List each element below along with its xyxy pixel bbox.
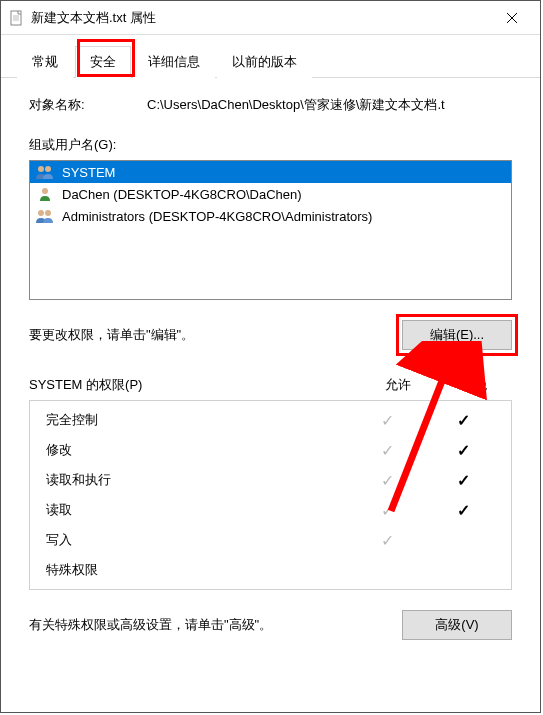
group-icon	[34, 208, 56, 224]
properties-dialog: 新建文本文档.txt 属性 常规 安全 详细信息 以前的版本 对象名称: C:\…	[0, 0, 541, 713]
permission-name: 写入	[40, 531, 349, 549]
permission-allow-check: ✓	[349, 501, 425, 520]
svg-point-10	[45, 210, 51, 216]
permission-deny-check: ✓	[425, 501, 501, 520]
list-item-label: Administrators (DESKTOP-4KG8CRO\Administ…	[62, 209, 372, 224]
permission-row: 写入✓	[30, 525, 511, 555]
permissions-header: SYSTEM 的权限(P) 允许 拒绝	[29, 376, 512, 394]
user-icon	[34, 186, 56, 202]
svg-point-7	[45, 166, 51, 172]
tab-strip: 常规 安全 详细信息 以前的版本	[1, 35, 540, 78]
svg-point-9	[38, 210, 44, 216]
tab-previous-versions[interactable]: 以前的版本	[217, 46, 312, 78]
list-item[interactable]: DaChen (DESKTOP-4KG8CRO\DaChen)	[30, 183, 511, 205]
permission-allow-check: ✓	[349, 531, 425, 550]
svg-point-6	[38, 166, 44, 172]
advanced-button[interactable]: 高级(V)	[402, 610, 512, 640]
tab-general[interactable]: 常规	[17, 46, 73, 78]
permission-name: 读取和执行	[40, 471, 349, 489]
groups-listbox[interactable]: SYSTEMDaChen (DESKTOP-4KG8CRO\DaChen)Adm…	[29, 160, 512, 300]
list-item[interactable]: Administrators (DESKTOP-4KG8CRO\Administ…	[30, 205, 511, 227]
tab-security[interactable]: 安全	[75, 46, 131, 78]
tab-panel-security: 对象名称: C:\Users\DaChen\Desktop\管家速修\新建文本文…	[1, 78, 540, 650]
permissions-allow-header: 允许	[360, 376, 436, 394]
permission-name: 读取	[40, 501, 349, 519]
object-name-label: 对象名称:	[29, 96, 147, 114]
permissions-header-label: SYSTEM 的权限(P)	[29, 376, 360, 394]
close-button[interactable]	[490, 3, 534, 33]
object-name-value: C:\Users\DaChen\Desktop\管家速修\新建文本文档.t	[147, 96, 512, 114]
permission-name: 完全控制	[40, 411, 349, 429]
svg-point-8	[42, 188, 48, 194]
permission-name: 修改	[40, 441, 349, 459]
permission-row: 读取✓✓	[30, 495, 511, 525]
edit-button[interactable]: 编辑(E)...	[402, 320, 512, 350]
window-title: 新建文本文档.txt 属性	[31, 9, 490, 27]
permission-name: 特殊权限	[40, 561, 349, 579]
advanced-hint-text: 有关特殊权限或高级设置，请单击"高级"。	[29, 616, 386, 634]
permission-row: 修改✓✓	[30, 435, 511, 465]
list-item[interactable]: SYSTEM	[30, 161, 511, 183]
tab-details[interactable]: 详细信息	[133, 46, 215, 78]
groups-label: 组或用户名(G):	[29, 136, 512, 154]
permission-row: 特殊权限	[30, 555, 511, 585]
file-icon	[9, 10, 25, 26]
permission-row: 完全控制✓✓	[30, 405, 511, 435]
permission-allow-check: ✓	[349, 411, 425, 430]
titlebar: 新建文本文档.txt 属性	[1, 1, 540, 35]
edit-row: 要更改权限，请单击"编辑"。 编辑(E)...	[29, 320, 512, 350]
group-icon	[34, 164, 56, 180]
list-item-label: DaChen (DESKTOP-4KG8CRO\DaChen)	[62, 187, 302, 202]
permission-allow-check: ✓	[349, 471, 425, 490]
permission-row: 读取和执行✓✓	[30, 465, 511, 495]
permission-allow-check: ✓	[349, 441, 425, 460]
permission-deny-check: ✓	[425, 441, 501, 460]
list-item-label: SYSTEM	[62, 165, 115, 180]
edit-hint-text: 要更改权限，请单击"编辑"。	[29, 326, 382, 344]
advanced-row: 有关特殊权限或高级设置，请单击"高级"。 高级(V)	[29, 610, 512, 640]
permissions-list: 完全控制✓✓修改✓✓读取和执行✓✓读取✓✓写入✓特殊权限	[29, 400, 512, 590]
permission-deny-check: ✓	[425, 471, 501, 490]
permissions-deny-header: 拒绝	[436, 376, 512, 394]
object-name-row: 对象名称: C:\Users\DaChen\Desktop\管家速修\新建文本文…	[29, 96, 512, 114]
permission-deny-check: ✓	[425, 411, 501, 430]
